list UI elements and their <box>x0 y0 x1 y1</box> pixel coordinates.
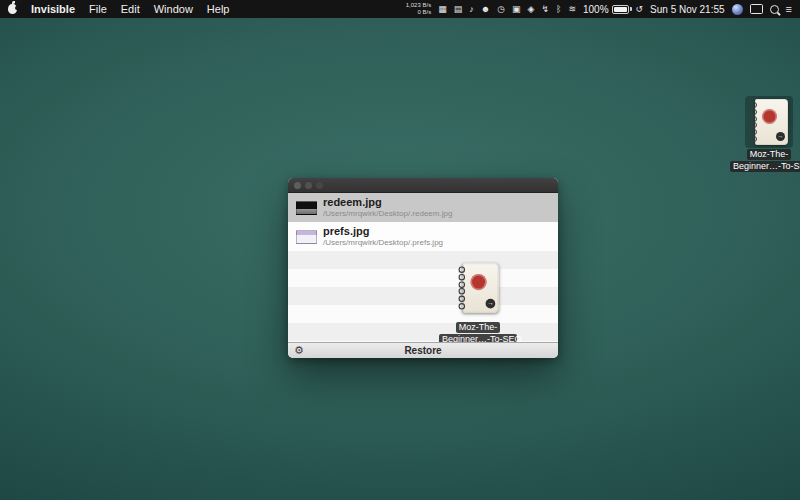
desktop: Invisible File Edit Window Help 1,023 B/… <box>0 0 800 500</box>
file-path: /Users/mrqwirk/Desktop/.redeem.jpg <box>323 209 452 219</box>
desktop-file-label-line1: Moz-The- <box>747 149 792 160</box>
graph-icon[interactable]: ▦ <box>438 0 447 18</box>
time-machine-icon[interactable]: ↺ <box>636 0 644 18</box>
menu-edit[interactable]: Edit <box>121 3 140 15</box>
desktop-file-label: Moz-The- Beginner…-To-SEO <box>730 148 800 172</box>
bluetooth-icon[interactable]: ᛒ <box>556 0 561 18</box>
file-info: prefs.jpg /Users/mrqwirk/Desktop/.prefs.… <box>323 225 443 248</box>
user-icon[interactable]: ☻ <box>481 0 490 18</box>
menu-help[interactable]: Help <box>207 3 230 15</box>
dragged-file-label-line1: Moz-The- <box>456 322 501 333</box>
zoom-button[interactable] <box>316 182 323 189</box>
desktop-file-moz-seo[interactable]: Moz-The- Beginner…-To-SEO <box>738 96 800 172</box>
network-speed-menu[interactable]: 1,023 B/s 0 B/s <box>406 2 431 16</box>
desktop-file-label-line2: Beginner…-To-SEO <box>730 161 800 172</box>
red-badge-icon <box>762 109 777 124</box>
restore-button[interactable]: Restore <box>288 345 558 356</box>
bolt-icon[interactable]: ↯ <box>541 0 549 18</box>
file-thumbnail <box>296 201 317 215</box>
gear-icon[interactable]: ⚙ <box>294 343 304 358</box>
spiral-rings <box>751 102 758 142</box>
file-thumbnail <box>296 230 317 244</box>
clock-icon[interactable]: ◷ <box>497 0 505 18</box>
clipboard-icon[interactable]: ▤ <box>454 0 463 18</box>
wifi-icon[interactable]: ≋ <box>568 0 576 18</box>
list-item-prefs[interactable]: prefs.jpg /Users/mrqwirk/Desktop/.prefs.… <box>288 222 558 251</box>
displays-icon[interactable] <box>750 4 763 14</box>
siri-icon[interactable] <box>732 4 743 15</box>
file-info: redeem.jpg /Users/mrqwirk/Desktop/.redee… <box>323 196 452 219</box>
network-up-speed: 1,023 B/s <box>406 2 431 9</box>
menu-window[interactable]: Window <box>154 3 193 15</box>
menu-bar: Invisible File Edit Window Help 1,023 B/… <box>0 0 800 18</box>
file-name: redeem.jpg <box>323 196 452 209</box>
icon-selection-backdrop <box>745 96 793 148</box>
apple-menu-icon[interactable] <box>8 4 17 14</box>
volume-icon[interactable]: ♪ <box>469 0 474 18</box>
spotlight-search-icon[interactable] <box>770 5 779 14</box>
notification-center-icon[interactable]: ≡ <box>786 3 792 15</box>
shield-icon[interactable]: ◈ <box>528 0 535 18</box>
battery-icon <box>612 5 629 14</box>
window-titlebar[interactable] <box>288 178 558 193</box>
minimize-button[interactable] <box>305 182 312 189</box>
menu-bar-status-area: 1,023 B/s 0 B/s ▦ ▤ ♪ ☻ ◷ ▣ ◈ ↯ ᛒ ≋ 100%… <box>406 0 792 18</box>
file-path: /Users/mrqwirk/Desktop/.prefs.jpg <box>323 238 443 248</box>
window-toolbar: ⚙ Restore <box>288 342 558 358</box>
moz-book-icon <box>457 263 498 313</box>
invisible-app-window: redeem.jpg /Users/mrqwirk/Desktop/.redee… <box>288 178 558 358</box>
app-menu-title[interactable]: Invisible <box>31 3 75 15</box>
spiral-rings <box>459 266 467 309</box>
menu-file[interactable]: File <box>89 3 107 15</box>
battery-status[interactable]: 100% <box>583 4 629 15</box>
dragged-file-moz-seo[interactable]: Moz-The- Beginner…-To-SEO <box>423 265 533 345</box>
menu-clock[interactable]: Sun 5 Nov 21:55 <box>650 4 725 15</box>
arrow-icon <box>486 299 496 309</box>
red-badge-icon <box>470 274 486 290</box>
hidden-files-list: redeem.jpg /Users/mrqwirk/Desktop/.redee… <box>288 193 558 342</box>
file-name: prefs.jpg <box>323 225 443 238</box>
package-icon[interactable]: ▣ <box>512 0 521 18</box>
network-down-speed: 0 B/s <box>417 9 431 16</box>
menu-bar-left: Invisible File Edit Window Help <box>8 3 229 15</box>
arrow-icon <box>776 132 785 141</box>
moz-book-icon <box>750 99 788 145</box>
close-button[interactable] <box>294 182 301 189</box>
list-item-redeem[interactable]: redeem.jpg /Users/mrqwirk/Desktop/.redee… <box>288 193 558 222</box>
battery-percent: 100% <box>583 4 609 15</box>
